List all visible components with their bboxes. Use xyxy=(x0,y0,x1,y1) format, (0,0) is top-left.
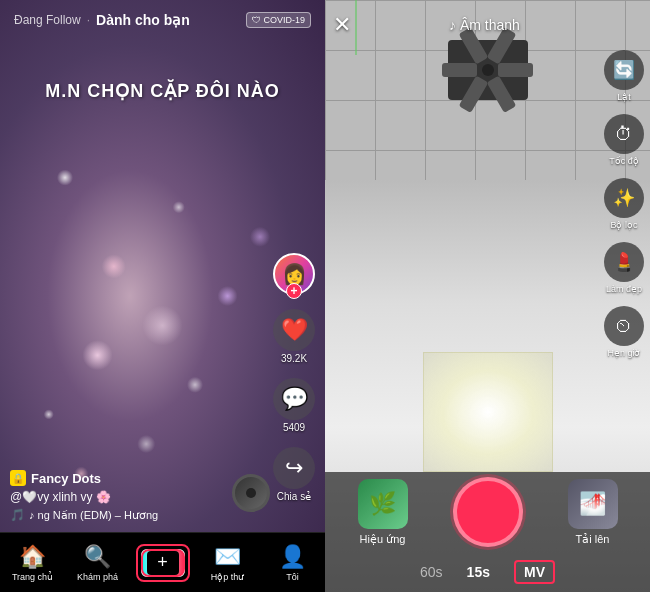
filter-icon: ✨ xyxy=(604,178,644,218)
tool-flip[interactable]: 🔄 Lật xyxy=(604,50,644,102)
video-title: M.N CHỌN CẶP ĐÔI NÀO xyxy=(0,80,325,102)
shield-icon: 🛡 xyxy=(252,15,261,25)
like-item[interactable]: ❤️ 39.2K xyxy=(273,309,315,364)
flip-label: Lật xyxy=(617,92,631,102)
bottom-nav: 🏠 Trang chủ 🔍 Khám phá + ✉️ Hộp thư 👤 Tô… xyxy=(0,532,325,592)
lock-icon: 🔒 xyxy=(10,470,26,486)
comment-item[interactable]: 💬 5409 xyxy=(273,378,315,433)
nav-explore[interactable]: 🔍 Khám phá xyxy=(65,544,130,582)
plus-button[interactable]: + xyxy=(141,549,185,577)
tool-filter[interactable]: ✨ Bộ lọc xyxy=(604,178,644,230)
nav-plus[interactable]: + xyxy=(130,544,195,582)
bottom-row1: 🌿 Hiệu ứng 🌁 Tải lên xyxy=(325,472,650,552)
light-box xyxy=(423,352,553,472)
share-item[interactable]: ↪ Chia sẻ xyxy=(273,447,315,502)
user-text: @🤍vy xlinh vy 🌸 xyxy=(10,490,265,504)
tool-beauty[interactable]: 💄 Làm đẹp xyxy=(604,242,644,294)
speed-icon: ⏱ xyxy=(604,114,644,154)
profile-label: Tôi xyxy=(286,572,299,582)
nav-profile[interactable]: 👤 Tôi xyxy=(260,544,325,582)
follow-plus-badge: + xyxy=(286,283,302,299)
explore-label: Khám phá xyxy=(77,572,118,582)
beauty-label: Làm đẹp xyxy=(606,284,642,294)
like-count: 39.2K xyxy=(281,353,307,364)
avatar-item[interactable]: 👩 + xyxy=(273,253,315,295)
music-disc xyxy=(232,474,270,512)
bottom-row2: 60s 15s MV xyxy=(325,552,650,592)
ceiling-fan xyxy=(448,40,528,100)
top-bar-left: Đang Follow · Dành cho bạn 🛡 COVID-19 xyxy=(0,0,325,36)
effects-thumb: 🌿 xyxy=(358,479,408,529)
record-button[interactable] xyxy=(453,477,523,547)
explore-icon: 🔍 xyxy=(84,544,111,570)
speed-label: Tốc độ xyxy=(609,156,639,166)
upload-label: Tải lên xyxy=(576,533,610,546)
separator: · xyxy=(87,13,90,27)
right-panel: ✕ ♪ Âm thanh 🔄 Lật ⏱ Tốc độ ✨ Bộ lọc 💄 L… xyxy=(325,0,650,592)
effects-label: Hiệu ứng xyxy=(360,533,406,546)
sound-label: ♪ Âm thanh xyxy=(449,17,520,33)
fan-center xyxy=(482,64,494,76)
comment-icon-circle[interactable]: 💬 xyxy=(273,378,315,420)
music-note-icon: 🎵 xyxy=(10,508,25,522)
timer-label: Hẹn giờ xyxy=(607,348,640,358)
nav-home[interactable]: 🏠 Trang chủ xyxy=(0,544,65,582)
timer-icon: ⏲ xyxy=(604,306,644,346)
like-icon-circle[interactable]: ❤️ xyxy=(273,309,315,351)
home-icon: 🏠 xyxy=(19,544,46,570)
bottom-info: 🔒 Fancy Dots @🤍vy xlinh vy 🌸 🎵 ♪ ng Nấm … xyxy=(10,470,265,522)
nav-inbox[interactable]: ✉️ Hộp thư xyxy=(195,544,260,582)
music-text: 🎵 ♪ ng Nấm (EDM) – Hương xyxy=(10,508,265,522)
follow-text: Đang Follow xyxy=(14,13,81,27)
share-label: Chia sẻ xyxy=(277,491,311,502)
upload-button[interactable]: 🌁 Tải lên xyxy=(568,479,618,546)
upload-thumb: 🌁 xyxy=(568,479,618,529)
comment-count: 5409 xyxy=(283,422,305,433)
home-label: Trang chủ xyxy=(12,572,53,582)
time-60s[interactable]: 60s xyxy=(420,564,443,580)
covid-badge: 🛡 COVID-19 xyxy=(246,12,311,28)
channel-name-row: 🔒 Fancy Dots xyxy=(10,470,265,486)
bottom-controls: 🌿 Hiệu ứng 🌁 Tải lên 60s 15s MV xyxy=(325,472,650,592)
effects-button[interactable]: 🌿 Hiệu ứng xyxy=(358,479,408,546)
inbox-icon: ✉️ xyxy=(214,544,241,570)
flip-icon: 🔄 xyxy=(604,50,644,90)
for-you-text: Dành cho bạn xyxy=(96,12,190,28)
fan-blade-4 xyxy=(442,63,477,77)
close-button[interactable]: ✕ xyxy=(333,12,351,38)
follow-section: Đang Follow · Dành cho bạn xyxy=(14,12,190,28)
right-tools: 🔄 Lật ⏱ Tốc độ ✨ Bộ lọc 💄 Làm đẹp ⏲ Hẹn … xyxy=(604,50,644,358)
inbox-label: Hộp thư xyxy=(211,572,245,582)
avatar[interactable]: 👩 + xyxy=(273,253,315,295)
plus-outline: + xyxy=(136,544,190,582)
filter-label: Bộ lọc xyxy=(610,220,637,230)
top-bar-right: ✕ ♪ Âm thanh xyxy=(325,0,650,46)
profile-icon: 👤 xyxy=(279,544,306,570)
time-mv[interactable]: MV xyxy=(514,560,555,584)
right-icons: 👩 + ❤️ 39.2K 💬 5409 ↪ Chia sẻ xyxy=(273,253,315,502)
fan-blade-1 xyxy=(498,63,533,77)
tool-timer[interactable]: ⏲ Hẹn giờ xyxy=(604,306,644,358)
tool-speed[interactable]: ⏱ Tốc độ xyxy=(604,114,644,166)
music-title: ♪ ng Nấm (EDM) – Hương xyxy=(29,509,158,522)
time-15s[interactable]: 15s xyxy=(467,564,490,580)
plus-inner: + xyxy=(147,551,179,575)
beauty-icon: 💄 xyxy=(604,242,644,282)
left-panel: Đang Follow · Dành cho bạn 🛡 COVID-19 M.… xyxy=(0,0,325,592)
channel-text: Fancy Dots xyxy=(31,471,101,486)
fan-body xyxy=(448,40,528,100)
share-icon-circle[interactable]: ↪ xyxy=(273,447,315,489)
